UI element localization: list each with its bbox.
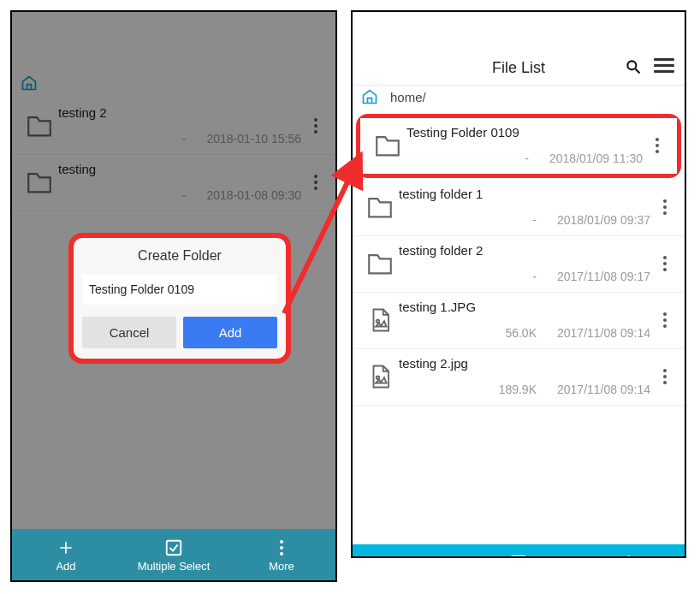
list-item[interactable]: testing folder 1 - 2018/01/09 09:37	[353, 180, 685, 236]
toolbar-more-label: More	[269, 560, 294, 573]
list-item[interactable]: testing - 2018-01-08 09:30	[12, 155, 335, 211]
file-name: testing 2.jpg	[399, 356, 650, 371]
file-date: 2018-01-08 09:30	[206, 188, 301, 202]
dialog-title: Create Folder	[82, 248, 277, 264]
more-vertical-icon	[663, 199, 667, 215]
file-size: -	[532, 270, 537, 283]
checkbox-icon	[509, 554, 528, 559]
more-vertical-icon	[663, 256, 667, 271]
list-item[interactable]: testing 2.jpg 189.9K 2017/11/08 09:14	[353, 349, 685, 406]
list-item[interactable]: testing 1.JPG 56.0K 2017/11/08 09:14	[353, 293, 685, 349]
screenshot-right: File List home/ Testing Folder 0109 - 20…	[351, 10, 686, 558]
create-folder-dialog: Create Folder Cancel Add	[68, 233, 291, 364]
file-date: 2017/11/08 09:14	[557, 383, 650, 396]
folder-icon	[373, 131, 402, 160]
folder-icon	[365, 249, 394, 278]
file-date: 2018/01/09 11:30	[549, 151, 643, 165]
more-vertical-icon	[314, 175, 317, 190]
svg-point-1	[627, 61, 636, 69]
svg-rect-0	[167, 540, 181, 555]
toolbar-multi-label: Multiple Select	[138, 560, 211, 573]
more-options-button[interactable]	[650, 312, 679, 328]
breadcrumb[interactable]: home/	[353, 86, 685, 112]
plus-icon	[400, 555, 417, 559]
file-name: testing folder 1	[399, 187, 650, 201]
bottom-toolbar: Add Multiple Select More	[12, 529, 335, 580]
more-options-button[interactable]	[650, 199, 679, 215]
home-icon	[21, 74, 38, 92]
file-name: testing 2	[58, 105, 301, 120]
breadcrumb-path: home/	[390, 90, 426, 104]
file-size: -	[182, 188, 187, 202]
screenshot-left: testing 2 - 2018-01-10 15:56 testing - 2…	[10, 10, 337, 582]
more-vertical-icon	[627, 555, 631, 559]
more-vertical-icon	[656, 138, 659, 153]
file-date: 2018-01-10 15:56	[206, 132, 301, 146]
svg-rect-4	[512, 555, 526, 558]
image-file-icon	[367, 307, 393, 333]
list-item[interactable]: testing 2 - 2018-01-10 15:56	[12, 98, 335, 155]
more-vertical-icon	[663, 369, 667, 384]
toolbar-add-label: Add	[56, 560, 75, 573]
toolbar-more-button[interactable]: More	[574, 544, 685, 558]
list-item[interactable]: testing folder 2 - 2017/11/08 09:17	[353, 236, 685, 293]
breadcrumb-home-left[interactable]	[12, 72, 335, 98]
add-button[interactable]: Add	[183, 317, 277, 348]
file-name: testing 1.JPG	[399, 300, 650, 314]
more-options-button[interactable]	[643, 138, 672, 153]
more-options-button[interactable]	[650, 369, 679, 384]
more-options-button[interactable]	[650, 256, 679, 271]
file-name: Testing Folder 0109	[406, 125, 643, 140]
bottom-toolbar: Add Multiple Select More	[353, 544, 685, 558]
folder-name-input[interactable]	[82, 274, 277, 305]
list-item[interactable]: Testing Folder 0109 - 2018/01/09 11:30	[360, 118, 677, 174]
more-vertical-icon	[663, 312, 667, 328]
cancel-button[interactable]: Cancel	[82, 317, 176, 348]
toolbar-more-button[interactable]: More	[228, 529, 335, 580]
more-vertical-icon	[280, 540, 283, 555]
more-vertical-icon	[314, 118, 317, 134]
more-options-button[interactable]	[301, 175, 330, 190]
toolbar-multi-select-button[interactable]: Multiple Select	[120, 529, 228, 580]
image-file-icon	[367, 364, 393, 389]
file-name: testing	[58, 162, 301, 176]
toolbar-add-button[interactable]: Add	[353, 544, 463, 558]
file-date: 2017/11/08 09:17	[557, 270, 650, 283]
file-size: -	[525, 151, 529, 165]
file-size: -	[532, 213, 537, 227]
file-name: testing folder 2	[399, 243, 650, 258]
file-date: 2017/11/08 09:14	[557, 326, 650, 340]
more-options-button[interactable]	[301, 118, 330, 134]
folder-icon	[25, 111, 54, 140]
callout-highlight: Testing Folder 0109 - 2018/01/09 11:30	[356, 114, 681, 178]
toolbar-add-button[interactable]: Add	[12, 529, 120, 580]
header: File List	[353, 51, 685, 86]
menu-icon[interactable]	[654, 58, 674, 73]
file-size: 56.0K	[505, 326, 537, 340]
page-title: File List	[492, 59, 545, 77]
toolbar-multi-select-button[interactable]: Multiple Select	[463, 544, 573, 558]
home-icon	[361, 88, 378, 105]
file-size: 189.9K	[499, 383, 537, 396]
plus-icon	[57, 539, 74, 556]
folder-icon	[25, 168, 54, 197]
search-icon[interactable]	[625, 58, 642, 75]
folder-icon	[365, 193, 394, 222]
file-date: 2018/01/09 09:37	[557, 213, 650, 227]
checkbox-icon	[164, 538, 183, 557]
file-size: -	[182, 132, 187, 146]
